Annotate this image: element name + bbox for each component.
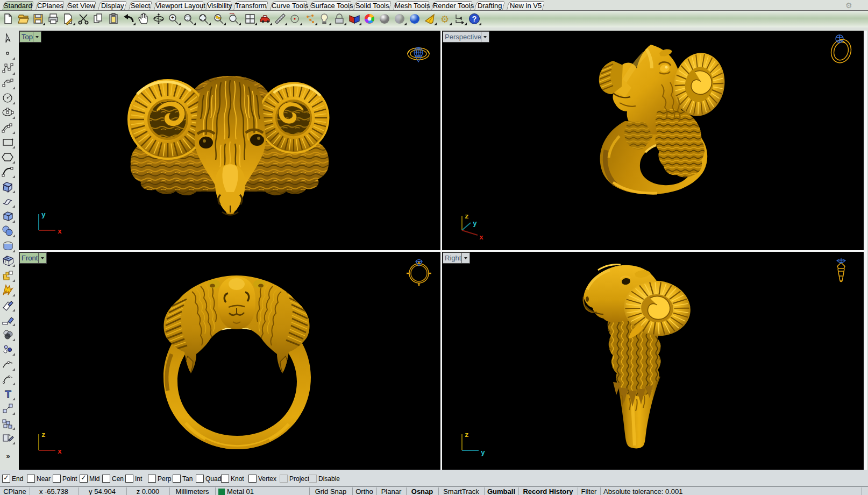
svg-text:T: T (5, 388, 11, 400)
svg-text:»: » (6, 452, 10, 460)
svg-text:?: ? (472, 15, 477, 23)
svg-text:y: y (41, 211, 46, 219)
svg-text:z: z (465, 431, 469, 439)
svg-text:z: z (465, 213, 469, 221)
svg-text:y: y (481, 449, 485, 457)
svg-text:z: z (41, 431, 46, 439)
svg-text:x: x (58, 228, 62, 236)
svg-text:x: x (58, 448, 62, 456)
svg-text:y: y (473, 220, 477, 228)
svg-text:⚙: ⚙ (440, 14, 449, 25)
svg-text:+: + (171, 15, 174, 20)
svg-text:x: x (479, 234, 483, 242)
